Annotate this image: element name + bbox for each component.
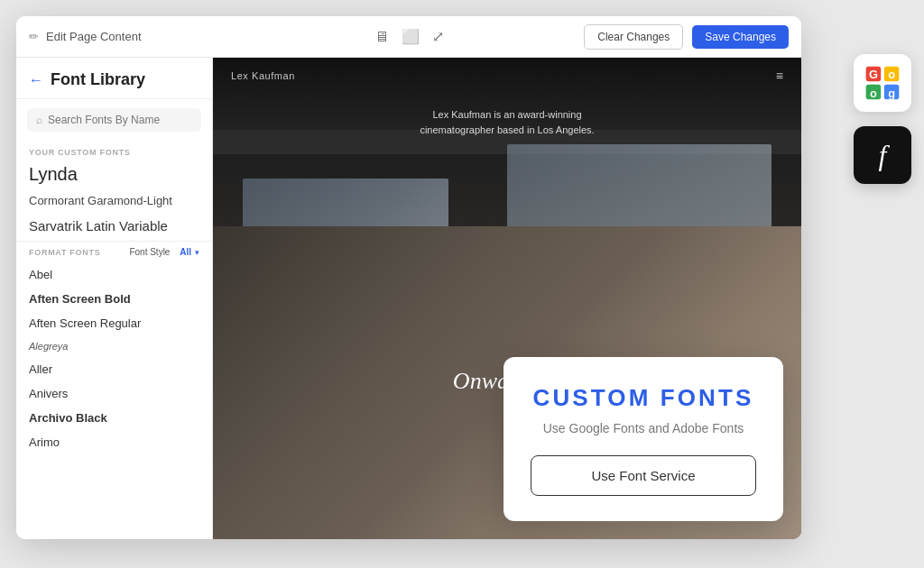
- search-icon: ⌕: [36, 114, 42, 126]
- list-item[interactable]: Aften Screen Regular: [16, 311, 212, 335]
- font-style-label: Font Style: [129, 247, 170, 257]
- svg-text:G: G: [869, 68, 878, 81]
- custom-font-cormorant[interactable]: Cormorant Garamond-Light: [16, 188, 212, 213]
- sidebar-title: Font Library: [51, 70, 145, 89]
- google-fonts-badge[interactable]: G o o g: [854, 54, 911, 112]
- custom-fonts-card: CUSTOM FONTS Use Google Fonts and Adobe …: [504, 357, 783, 521]
- svg-text:o: o: [870, 87, 877, 100]
- canvas-menu-icon: ≡: [776, 69, 783, 83]
- svg-text:g: g: [888, 87, 895, 100]
- canvas-site-name: Lex Kaufman: [231, 70, 295, 81]
- canvas-hero: Lex Kaufman is an award-winning cinemato…: [213, 107, 801, 137]
- search-input[interactable]: [48, 114, 192, 126]
- font-library-sidebar: ← Font Library ⌕ YOUR CUSTOM FONTS Lynda…: [16, 58, 213, 539]
- clear-changes-button[interactable]: Clear Changes: [584, 24, 683, 50]
- edit-pencil-icon: ✏: [29, 30, 39, 43]
- edit-page-label: Edit Page Content: [46, 30, 142, 43]
- custom-fonts-section-label: YOUR CUSTOM FONTS: [16, 141, 212, 160]
- tablet-icon[interactable]: ⬜: [402, 28, 420, 45]
- adobe-f-icon: f: [879, 139, 887, 172]
- list-item[interactable]: Archivo Black: [16, 406, 212, 430]
- top-bar: ✏ Edit Page Content 🖥 ⬜ ⤢ Clear Changes …: [16, 16, 801, 58]
- font-style-separator: [173, 247, 176, 257]
- top-bar-center: 🖥 ⬜ ⤢: [282, 28, 536, 45]
- custom-font-sarvatrik[interactable]: Sarvatrik Latin Variable: [16, 213, 212, 239]
- use-font-service-button[interactable]: Use Font Service: [531, 455, 756, 496]
- format-bar: FORMAT FONTS Font Style All ▾: [16, 241, 212, 262]
- google-logo-icon: G o o g: [863, 63, 902, 103]
- font-list: YOUR CUSTOM FONTS Lynda Cormorant Garamo…: [16, 141, 212, 539]
- font-style-all[interactable]: All: [180, 247, 191, 257]
- list-item[interactable]: Arimo: [16, 430, 212, 454]
- list-item[interactable]: Anivers: [16, 381, 212, 406]
- canvas-nav: Lex Kaufman ≡: [213, 58, 801, 94]
- sidebar-header: ← Font Library: [16, 58, 212, 99]
- list-item[interactable]: Abel: [16, 262, 212, 287]
- search-box[interactable]: ⌕: [27, 108, 201, 132]
- custom-font-lynda[interactable]: Lynda: [16, 160, 212, 188]
- list-item[interactable]: Alegreya: [16, 335, 212, 357]
- back-arrow-icon[interactable]: ←: [29, 72, 43, 88]
- main-canvas: Lex Kaufman ≡ Lex Kaufman is an award-wi…: [213, 58, 801, 539]
- list-item[interactable]: Aller: [16, 357, 212, 381]
- custom-fonts-title: CUSTOM FONTS: [531, 384, 756, 412]
- chevron-down-icon[interactable]: ▾: [195, 248, 199, 257]
- expand-icon[interactable]: ⤢: [432, 28, 444, 45]
- svg-text:o: o: [888, 68, 895, 81]
- editor-window: ✏ Edit Page Content 🖥 ⬜ ⤢ Clear Changes …: [16, 16, 801, 539]
- save-changes-button[interactable]: Save Changes: [692, 25, 789, 49]
- adobe-fonts-badge[interactable]: f: [854, 126, 911, 184]
- canvas-hero-description: Lex Kaufman is an award-winning cinemato…: [420, 107, 594, 137]
- top-bar-left: ✏ Edit Page Content: [29, 30, 282, 43]
- content-area: ← Font Library ⌕ YOUR CUSTOM FONTS Lynda…: [16, 58, 801, 539]
- list-item[interactable]: Aften Screen Bold: [16, 287, 212, 311]
- top-bar-right: Clear Changes Save Changes: [535, 24, 789, 50]
- custom-fonts-subtitle: Use Google Fonts and Adobe Fonts: [531, 421, 756, 435]
- monitor-icon[interactable]: 🖥: [374, 29, 389, 45]
- format-fonts-label: FORMAT FONTS: [29, 248, 125, 257]
